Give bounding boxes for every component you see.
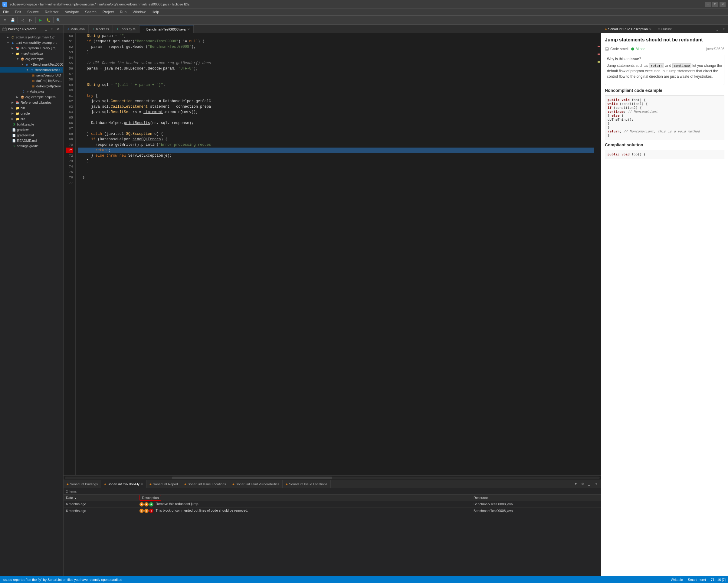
tree-item-org-helpers[interactable]: ▶ 📦 org.example.helpers	[0, 94, 63, 100]
main-layout: Package Explorer _ □ ✕ ▶ ⬡ editor.js [ed…	[0, 25, 728, 576]
horizontal-scrollbar[interactable]	[63, 475, 601, 479]
status-writable: Writable	[671, 578, 683, 582]
project-label: taint-vulnerability-example-o	[16, 41, 57, 45]
why-issue-section: Why is this an issue? Jump statements su…	[605, 55, 724, 85]
minimize-button[interactable]: ─	[705, 2, 711, 7]
close-panel-btn[interactable]: ✕	[55, 26, 61, 32]
tree-item-jre[interactable]: ▶ 📚 JRE System Library [jre]	[0, 45, 63, 51]
tree-item-editor-js[interactable]: ▶ ⬡ editor.js [editor.js main 12]	[0, 34, 63, 40]
code-smell-label: Code smell	[610, 47, 628, 51]
on-the-fly-close[interactable]: ✕	[141, 482, 143, 486]
benchmark-tab-close[interactable]: ✕	[187, 28, 190, 31]
close-button[interactable]: ✕	[720, 2, 726, 7]
issue-row-2[interactable]: 6 months ago ◈ ◈ ◈ This block of comment…	[63, 507, 601, 514]
menu-navigate[interactable]: Navigate	[61, 8, 82, 16]
tree-item-benchmark-parent[interactable]: ▼ ◈ > BenchmarkTest0000...	[0, 62, 63, 67]
menu-help[interactable]: Help	[149, 8, 162, 16]
maximize-panel-btn[interactable]: □	[49, 26, 55, 32]
window-controls: ─ □ ✕	[705, 2, 726, 7]
menu-source[interactable]: Source	[24, 8, 42, 16]
menu-refactor[interactable]: Refactor	[42, 8, 61, 16]
col-resource[interactable]: Resource	[471, 495, 601, 501]
tree-item-serial[interactable]: ⊞ serialVersionUID	[0, 73, 63, 78]
tab-sonarlint-issue-locations[interactable]: ◈ SonarLint Issue Locations	[181, 480, 229, 488]
issues-header-row: Date ▲ Description Resource	[63, 495, 601, 501]
tree-item-src2[interactable]: ▶ 📁 src	[0, 116, 63, 121]
menu-bar: File Edit Source Refactor Navigate Searc…	[0, 8, 728, 16]
tree-item-settings-gradle[interactable]: G settings.gradle	[0, 143, 63, 149]
menu-file[interactable]: File	[0, 8, 12, 16]
tab-outline[interactable]: ⊞ Outline	[655, 27, 674, 31]
filter-button[interactable]: ▼	[573, 481, 578, 487]
tab-sonarlint-bindings[interactable]: ◈ SonarLint Bindings	[63, 480, 101, 488]
tree-item-main-java[interactable]: J > Main.java	[0, 89, 63, 94]
right-panel-maximize[interactable]: □	[721, 27, 727, 31]
search-button[interactable]: 🔍	[55, 17, 62, 24]
menu-run[interactable]: Run	[117, 8, 130, 16]
tree-item-dopost[interactable]: ⊞ doPost(HttpServ...	[0, 83, 63, 89]
tab-benchmark-java[interactable]: J BenchmarkTest00008.java ✕	[139, 25, 194, 33]
code-line-75	[78, 169, 594, 175]
tree-item-ref-libs[interactable]: ▶ 📚 Referenced Libraries	[0, 100, 63, 105]
tab-sonarlint-on-the-fly[interactable]: ◈ SonarLint On-The-Fly ✕	[101, 480, 147, 488]
minimize-bottom-btn[interactable]: _	[587, 481, 592, 487]
maximize-bottom-btn[interactable]: □	[593, 481, 598, 487]
menu-search[interactable]: Search	[82, 8, 100, 16]
rule-desc-tab-close[interactable]: ✕	[649, 28, 651, 31]
tree-item-bin[interactable]: ▶ 📁 bin	[0, 105, 63, 111]
tree-item-gradle[interactable]: ▶ 📁 gradle	[0, 111, 63, 116]
tab-main-java[interactable]: J Main.java	[63, 25, 89, 33]
tree-item-taint-project[interactable]: ▼ ◈ taint-vulnerability-example-o	[0, 40, 63, 45]
tree-item-gradlew-bat[interactable]: 📄 gradlew.bat	[0, 133, 63, 138]
tab-rule-description[interactable]: ◈ SonarLint Rule Description ✕	[602, 25, 654, 33]
maximize-button[interactable]: □	[712, 2, 718, 7]
doget-label: doGet(HttpServ...	[36, 79, 62, 83]
code-editor[interactable]: 50 51 52 53 54 55 56 57 58 59 60 61 62 6…	[63, 33, 601, 479]
tree-item-build-gradle[interactable]: G build.gradle	[0, 121, 63, 127]
col-date[interactable]: Date ▲	[63, 495, 137, 501]
package-explorer-header: Package Explorer _ □ ✕	[0, 25, 63, 33]
tree-item-benchmark-child[interactable]: ▼ ◻ BenchmarkTest00...	[0, 67, 63, 73]
back-button[interactable]: ◁	[19, 17, 26, 24]
tree-item-doget[interactable]: ⊞ doGet(HttpServ...	[0, 78, 63, 83]
settings-gradle-icon: G	[11, 144, 16, 148]
forward-button[interactable]: ▷	[27, 17, 34, 24]
noncompliant-title: Noncompliant code example	[605, 88, 724, 93]
svg-point-4	[631, 48, 634, 51]
tab-tools-cy-ts[interactable]: T Tools.cy.ts	[113, 25, 139, 33]
line-74: 74	[66, 164, 73, 169]
tab-sonarlint-taint[interactable]: ◈ SonarLint Taint Vulnerabilities	[229, 480, 283, 488]
run-button[interactable]: ▶	[37, 17, 44, 24]
bindings-icon: ◈	[67, 482, 69, 485]
main-java-tab-label: Main.java	[71, 27, 85, 31]
tab-blocks-ts[interactable]: T blocks.ts	[89, 25, 113, 33]
right-panel-minimize[interactable]: _	[715, 27, 720, 31]
src-folder-label: > src/main/java	[21, 52, 43, 55]
code-line-68: } catch (java.sql.SQLException e) {	[78, 131, 594, 137]
new-button[interactable]: ⊕	[1, 17, 8, 24]
issue-2-resource: BenchmarkTest00008.java	[471, 507, 601, 514]
tab-sonarlint-issue-locations-2[interactable]: ◈ SonarLint Issue Locations	[283, 480, 331, 488]
tree-item-gradlew[interactable]: 📄 gradlew	[0, 127, 63, 133]
issue-2-description: ◈ ◈ ◈ This block of commented-out lines …	[137, 507, 471, 514]
debug-button[interactable]: 🐛	[45, 17, 52, 24]
minor-badge: Minor	[631, 47, 645, 51]
tab-sonarlint-report[interactable]: ◈ SonarLint Report	[147, 480, 181, 488]
menu-project[interactable]: Project	[100, 8, 117, 16]
menu-edit[interactable]: Edit	[12, 8, 24, 16]
tree-item-org-example[interactable]: ▼ 📦 org.example	[0, 56, 63, 62]
settings-button[interactable]: ⚙	[580, 481, 585, 487]
col-description[interactable]: Description	[137, 495, 471, 501]
menu-window[interactable]: Window	[130, 8, 149, 16]
scroll-indicators	[597, 33, 601, 475]
save-button[interactable]: 💾	[9, 17, 16, 24]
issue-row-1[interactable]: 6 months ago ◈ ◈ ◈ Remove this redundant…	[63, 501, 601, 508]
code-line-73: }	[78, 159, 594, 164]
minimize-panel-btn[interactable]: _	[43, 26, 49, 32]
package-tree[interactable]: ▶ ⬡ editor.js [editor.js main 12] ▼ ◈ ta…	[0, 33, 63, 576]
tree-item-readme[interactable]: 📄 README.md	[0, 138, 63, 143]
gradlew-icon: 📄	[11, 127, 16, 132]
line-52: 52	[66, 44, 73, 50]
benchmark-tab-label: BenchmarkTest00008.java	[147, 28, 186, 31]
tree-item-src[interactable]: ▼ 📁 > src/main/java	[0, 51, 63, 56]
